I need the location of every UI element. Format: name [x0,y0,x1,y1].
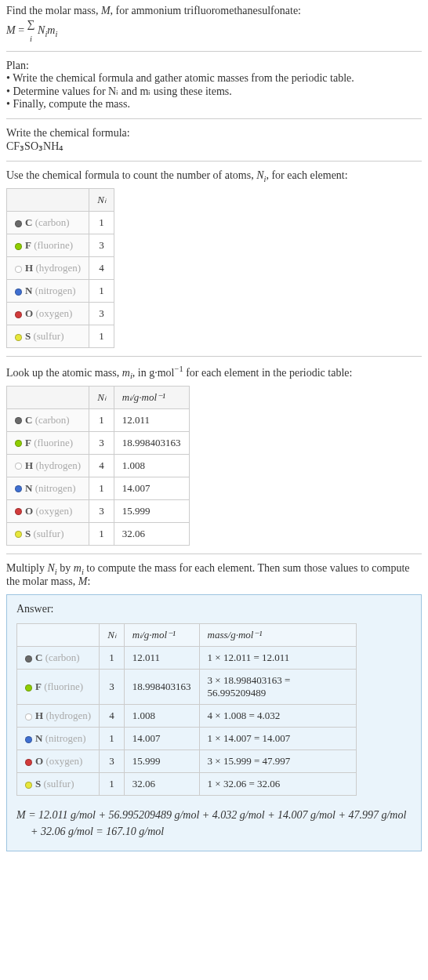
plan-list: Write the chemical formula and gather at… [6,72,422,111]
count-var: N [256,169,263,181]
lookup-section: Look up the atomic mass, mi, in g·mol−1 … [6,365,422,545]
table-row: F (fluorine)318.998403163 [7,431,190,454]
table-row: C (carbon)112.011 [7,408,190,431]
table-row: S (sulfur)132.061 × 32.06 = 32.06 [17,773,357,796]
n-cell: 1 [89,212,114,234]
n-cell: 1 [100,728,125,750]
element-cell: F (fluorine) [17,670,100,705]
intro-section: Find the molar mass, M, for ammonium tri… [6,5,422,43]
intro-line: Find the molar mass, M, for ammonium tri… [6,5,422,17]
table-row: C (carbon)1 [7,212,114,234]
table-row: F (fluorine)3 [7,234,114,257]
formula-title: Write the chemical formula: [6,127,422,140]
plan-section: Plan: Write the chemical formula and gat… [6,60,422,111]
n-cell: 1 [89,408,114,431]
table-row: F (fluorine)318.9984031633 × 18.99840316… [17,670,357,705]
m-cell: 15.999 [124,750,199,773]
element-cell: O (oxygen) [17,750,100,773]
mass-cell: 1 × 12.011 = 12.011 [199,647,356,670]
header-ni: Nᵢ [100,624,125,647]
m-cell: 18.998403163 [114,431,189,454]
mult-colon: : [87,575,90,587]
lookup-var: m [122,367,130,379]
sum-equation: M = ∑ i Nimi [6,19,422,43]
mass-cell: 1 × 32.06 = 32.06 [199,773,356,796]
n-cell: 1 [100,773,125,796]
table-row: H (hydrogen)41.0084 × 1.008 = 4.032 [17,705,357,728]
m-cell: 1.008 [124,705,199,728]
sigma-icon: ∑ [27,18,35,30]
element-cell: N (nitrogen) [7,477,89,499]
n-cell: 4 [89,257,114,280]
table-row: N (nitrogen)114.0071 × 14.007 = 14.007 [17,728,357,750]
intro-var: M [101,5,111,16]
mass-cell: 1 × 14.007 = 14.007 [199,728,356,750]
m-cell: 14.007 [114,477,189,499]
divider [6,356,422,357]
table-row: S (sulfur)1 [7,325,114,348]
mult-mvar: M [78,575,88,587]
chemical-formula: CF₃SO₃NH₄ [6,140,422,153]
count-section: Use the chemical formula to count the nu… [6,169,422,348]
lookup-mid: , in g·mol [132,367,175,379]
lookup-prefix: Look up the atomic mass, [6,367,122,379]
answer-table: Nᵢ mᵢ/g·mol⁻¹ mass/g·mol⁻¹ C (carbon)112… [16,623,357,796]
element-cell: S (sulfur) [17,773,100,796]
n-cell: 3 [89,303,114,325]
header-mi: mᵢ/g·mol⁻¹ [114,386,189,408]
table-row: S (sulfur)132.06 [7,522,190,545]
element-cell: F (fluorine) [7,234,89,257]
count-title-prefix: Use the chemical formula to count the nu… [6,169,256,181]
final-equation: M = 12.011 g/mol + 56.995209489 g/mol + … [16,807,412,840]
sigma-sub: i [30,34,32,43]
header-ni: Nᵢ [89,189,114,212]
eq-lhs: M [6,24,16,36]
m-cell: 12.011 [114,408,189,431]
table-row: C (carbon)112.0111 × 12.011 = 12.011 [17,647,357,670]
lookup-table: Nᵢmᵢ/g·mol⁻¹ C (carbon)112.011F (fluorin… [6,386,190,546]
table-row: N (nitrogen)114.007 [7,477,190,499]
element-cell: C (carbon) [7,408,89,431]
eq-m-sub: i [55,30,57,38]
element-cell: O (oxygen) [7,499,89,522]
divider [6,118,422,119]
m-cell: 1.008 [114,454,189,477]
element-cell: N (nitrogen) [17,728,100,750]
n-cell: 3 [89,234,114,257]
n-cell: 1 [89,522,114,545]
mult-n: N [48,562,55,574]
element-cell: N (nitrogen) [7,280,89,303]
divider [6,554,422,554]
mult-by: by [57,562,74,574]
count-title-suffix: , for each element: [266,169,347,181]
n-cell: 1 [89,477,114,499]
eq-equals: = [18,24,27,36]
header-mass: mass/g·mol⁻¹ [199,624,356,647]
divider [6,51,422,52]
m-cell: 15.999 [114,499,189,522]
element-cell: S (sulfur) [7,522,89,545]
plan-title: Plan: [6,60,422,72]
header-mi: mᵢ/g·mol⁻¹ [124,624,199,647]
plan-item: Finally, compute the mass. [6,98,422,111]
m-cell: 12.011 [124,647,199,670]
m-cell: 32.06 [114,522,189,545]
m-cell: 18.998403163 [124,670,199,705]
m-cell: 14.007 [124,728,199,750]
element-cell: H (hydrogen) [7,454,89,477]
answer-box: Answer: Nᵢ mᵢ/g·mol⁻¹ mass/g·mol⁻¹ C (ca… [6,594,422,851]
header-ni: Nᵢ [89,386,114,408]
lookup-title: Look up the atomic mass, mi, in g·mol−1 … [6,365,422,380]
eq-n: N [38,24,45,36]
eq-m: m [47,24,55,36]
n-cell: 3 [100,670,125,705]
answer-label: Answer: [16,603,412,615]
n-cell: 4 [89,454,114,477]
plan-item: Write the chemical formula and gather at… [6,72,422,85]
table-row: H (hydrogen)41.008 [7,454,190,477]
element-cell: H (hydrogen) [17,705,100,728]
divider [6,161,422,162]
n-cell: 3 [100,750,125,773]
plan-item: Determine values for Nᵢ and mᵢ using the… [6,85,422,98]
table-row: H (hydrogen)4 [7,257,114,280]
